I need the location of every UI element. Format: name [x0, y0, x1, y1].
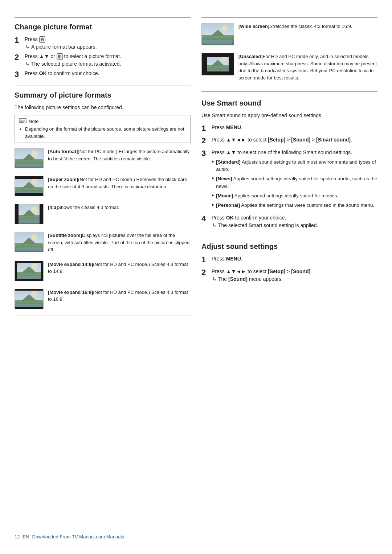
note-box: Note Depending on the format of the pict…	[15, 115, 191, 143]
smart-step-2-text: Press ▲▼◄► to select [Setup] > [Sound] >…	[212, 136, 377, 144]
bullet-news: • [News] Applies sound settings ideally …	[212, 175, 377, 190]
bullet-movie: • [Movie] Applies sound settings ideally…	[212, 192, 377, 200]
note-header: Note	[19, 118, 186, 124]
format-desc-super-zoom: [Super zoom](Not for HD and PC mode.) Re…	[48, 176, 191, 190]
bullet-dot-personal: •	[212, 202, 214, 208]
left-column: Change picture format 1 Press ⎗. A pictu…	[15, 11, 191, 527]
adjust-step-2-text: Press ▲▼◄► to select [Setup] > [Sound].	[212, 268, 377, 275]
adjust-step-2-content: Press ▲▼◄► to select [Setup] > [Sound]. …	[212, 268, 377, 282]
footer-link[interactable]: Downloaded From TV-Manual.com Manuals	[32, 534, 124, 539]
use-smart-sound-title: Use Smart sound	[201, 99, 377, 107]
format-item-subtitle-zoom: [Subtitle zoom]Displays 4:3 pictures ove…	[15, 232, 191, 257]
page-lang: EN	[23, 534, 29, 539]
adjust-sound-title: Adjust sound settings	[201, 242, 377, 251]
bullet-text-movie: [Movie] Applies sound settings ideally s…	[216, 192, 377, 200]
step-2-content: Press ▲▼ or ⎗ to select a picture format…	[25, 53, 191, 67]
adjust-step-2-result: The [Sound] menu appears.	[212, 276, 377, 282]
smart-step-1-text: Press MENU.	[212, 124, 377, 131]
format-label-movie-16-9: [Movie expand 16:9]	[48, 290, 93, 295]
smart-step-1-content: Press MENU.	[212, 124, 377, 132]
two-column-layout: Change picture format 1 Press ⎗. A pictu…	[15, 11, 377, 527]
step-1-content: Press ⎗. A picture format bar appears.	[25, 36, 191, 50]
thumb-subtitle-zoom	[15, 232, 44, 252]
footer-row: 12 EN Downloaded From TV-Manual.com Manu…	[15, 534, 377, 539]
format-button2-icon: ⎗	[57, 53, 63, 60]
smart-step-2: 2 Press ▲▼◄► to select [Setup] > [Sound]…	[201, 136, 377, 145]
smart-step-4: 4 Press OK to confirm your choice. The s…	[201, 214, 377, 228]
format-label-movie-14-9: [Movie expand 14:9]	[48, 262, 93, 267]
adjust-step-1-text: Press MENU.	[212, 255, 377, 263]
step-2-text: Press ▲▼ or ⎗ to select a picture format…	[25, 53, 191, 60]
thumb-super-zoom	[15, 176, 44, 196]
format-label-super-zoom: [Super zoom]	[48, 177, 78, 182]
adjust-step-1-number: 1	[201, 255, 212, 264]
format-item-movie-14-9: [Movie expand 14:9](Not for HD and PC mo…	[15, 261, 191, 285]
use-smart-sound-divider	[201, 91, 377, 92]
adjust-step-1-content: Press MENU.	[212, 255, 377, 263]
summary-picture-formats-title: Summary of picture formats	[15, 91, 191, 99]
right-format-item-wide: [Wide screen]Stretches the classic 4:3 f…	[201, 23, 377, 49]
adjust-step-1: 1 Press MENU.	[201, 255, 377, 264]
right-format-desc-unscaled: [Unscaled]For HD and PC mode only, and i…	[238, 53, 377, 81]
summary-picture-formats-section: Summary of picture formats The following…	[15, 91, 191, 309]
right-thumb-wide	[201, 23, 234, 45]
format-desc-movie-14-9: [Movie expand 14:9](Not for HD and PC mo…	[48, 261, 191, 275]
use-smart-sound-intro: Use Smart sound to apply pre-defined sou…	[201, 112, 377, 119]
top-divider-right	[201, 17, 377, 18]
top-divider-left	[15, 17, 191, 18]
smart-step-1-number: 1	[201, 124, 212, 133]
step-3-text: Press OK to confirm your choice.	[25, 70, 191, 77]
format-item-movie-16-9: [Movie expand 16:9](Not for HD and PC mo…	[15, 289, 191, 309]
smart-step-4-text: Press OK to confirm your choice.	[212, 214, 377, 222]
change-picture-format-section: Change picture format 1 Press ⎗. A pictu…	[15, 23, 191, 79]
smart-step-3-text: Press ▲▼ to select one of the following …	[212, 149, 377, 156]
bullet-dot-movie: •	[212, 192, 214, 199]
step-2-result: The selected picture format is activated…	[25, 61, 191, 67]
note-text: Depending on the format of the picture s…	[25, 126, 186, 140]
smart-step-4-result: The selected Smart sound setting is appl…	[212, 222, 377, 228]
bullet-dot-standard: •	[212, 159, 214, 165]
format-desc-movie-16-9: [Movie expand 16:9](Not for HD and PC mo…	[48, 289, 191, 303]
summary-intro: The following picture settings can be co…	[15, 104, 191, 111]
step-1: 1 Press ⎗. A picture format bar appears.	[15, 36, 191, 50]
right-format-item-unscaled: [Unscaled]For HD and PC mode only, and i…	[201, 53, 377, 85]
change-picture-format-title: Change picture format	[15, 23, 191, 31]
thumb-4-3	[15, 204, 44, 224]
note-label: Note	[29, 119, 38, 124]
adjust-step-2-number: 2	[201, 268, 212, 277]
right-column: [Wide screen]Stretches the classic 4:3 f…	[201, 11, 377, 527]
bullet-standard: • [Standard] Adjusts sound settings to s…	[212, 159, 377, 173]
bullet-personal: • [Personal] Applies the settings that w…	[212, 202, 377, 209]
footer: 12 EN Downloaded From TV-Manual.com Manu…	[15, 527, 377, 539]
bullet-text-personal: [Personal] Applies the settings that wer…	[216, 202, 377, 209]
step-3-number: 3	[15, 70, 25, 79]
step-3-content: Press OK to confirm your choice.	[25, 70, 191, 78]
step-1-text: Press ⎗.	[25, 36, 191, 43]
smart-step-3-content: Press ▲▼ to select one of the following …	[212, 149, 377, 212]
bullet-text-news: [News] Applies sound settings ideally su…	[216, 175, 377, 190]
right-format-label-unscaled: [Unscaled]	[238, 54, 262, 59]
right-format-desc-wide: [Wide screen]Stretches the classic 4:3 f…	[238, 23, 377, 30]
right-format-list: [Wide screen]Stretches the classic 4:3 f…	[201, 23, 377, 85]
bullet-dot-news: •	[212, 175, 214, 182]
step-2-number: 2	[15, 53, 25, 62]
format-item-super-zoom: [Super zoom](Not for HD and PC mode.) Re…	[15, 176, 191, 200]
page: Change picture format 1 Press ⎗. A pictu…	[0, 0, 392, 554]
thumb-movie-16-9	[15, 289, 44, 309]
step-2: 2 Press ▲▼ or ⎗ to select a picture form…	[15, 53, 191, 67]
format-item-auto: [Auto format](Not for PC mode.) Enlarges…	[15, 148, 191, 172]
format-label-4-3: [4:3]	[48, 205, 58, 210]
format-label-subtitle-zoom: [Subtitle zoom]	[48, 233, 82, 238]
format-label-auto: [Auto format]	[48, 149, 78, 154]
note-icon	[19, 118, 26, 124]
format-desc-auto: [Auto format](Not for PC mode.) Enlarges…	[48, 148, 191, 162]
format-item-4-3: [4:3]Shows the classic 4:3 format.	[15, 204, 191, 228]
format-list: [Auto format](Not for PC mode.) Enlarges…	[15, 148, 191, 309]
step-3: 3 Press OK to confirm your choice.	[15, 70, 191, 79]
adjust-sound-section: Adjust sound settings 1 Press MENU. 2 Pr…	[201, 242, 377, 282]
format-button-icon: ⎗	[39, 36, 45, 43]
bottom-divider-left	[15, 316, 191, 316]
right-thumb-unscaled	[201, 53, 234, 75]
right-format-label-wide: [Wide screen]	[238, 24, 269, 29]
format-desc-subtitle-zoom: [Subtitle zoom]Displays 4:3 pictures ove…	[48, 232, 191, 253]
